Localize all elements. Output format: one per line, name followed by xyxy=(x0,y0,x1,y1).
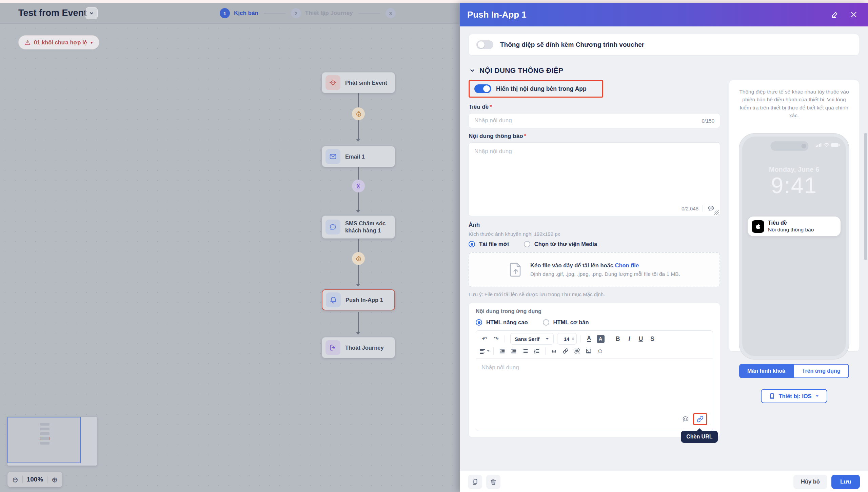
delay-timer-icon[interactable] xyxy=(352,252,365,265)
personalize-code-icon[interactable] xyxy=(682,415,690,423)
bullet-list-button[interactable] xyxy=(520,346,530,356)
editor-toolbar-row-2: ☺ xyxy=(476,345,713,359)
body-textarea[interactable]: Nhập nội dung 0/2.048 xyxy=(469,142,720,216)
minimap-node xyxy=(40,437,50,440)
zoom-controls: ⊖ 100% ⊕ xyxy=(7,472,62,487)
radio-html-advanced[interactable]: HTML nâng cao xyxy=(476,319,528,326)
delay-timer-icon[interactable] xyxy=(352,107,365,120)
tab-lock-screen[interactable]: Màn hình khoá xyxy=(739,364,793,378)
caret-down-icon xyxy=(545,337,549,341)
remove-link-button[interactable] xyxy=(572,346,582,356)
indent-increase-icon xyxy=(499,348,505,354)
italic-button[interactable]: I xyxy=(624,334,634,344)
edit-title-button[interactable] xyxy=(828,8,842,21)
journey-canvas[interactable]: Test from Event 1 Kịch bản 2 Thiết lập J… xyxy=(0,3,460,492)
link-icon xyxy=(563,348,569,354)
title-input[interactable]: Nhập nội dung 0/150 xyxy=(469,113,720,128)
insert-image-button[interactable] xyxy=(584,346,594,356)
minimap[interactable] xyxy=(7,417,97,466)
indent-decrease-button[interactable] xyxy=(509,346,519,356)
voucher-toggle[interactable] xyxy=(476,40,493,49)
device-select-button[interactable]: Thiết bị: IOS xyxy=(761,389,827,403)
radio-html-basic[interactable]: HTML cơ bản xyxy=(543,319,589,326)
indent-increase-button[interactable] xyxy=(497,346,507,356)
sms-chat-icon xyxy=(326,220,340,234)
push-inapp-config-panel: Push In-App 1 Thông điệp sẽ đính kèm Chư… xyxy=(460,3,868,492)
resize-handle[interactable] xyxy=(714,210,719,215)
radio-media-library[interactable]: Chọn từ thư viện Media xyxy=(524,241,597,247)
wait-hourglass-icon[interactable] xyxy=(352,180,365,192)
step-divider xyxy=(264,13,285,14)
highlight-color-button[interactable]: A xyxy=(595,334,606,344)
journey-title-dropdown[interactable] xyxy=(85,7,98,19)
step-scenario[interactable]: 1 Kịch bản xyxy=(220,8,258,18)
dynamic-island xyxy=(771,141,809,151)
editor-content-area[interactable]: Nhập nội dung Chèn URL xyxy=(476,359,713,431)
message-form: Hiển thị nội dung bên trong App Tiêu đề*… xyxy=(469,80,720,437)
insert-link-button[interactable] xyxy=(560,346,571,356)
bold-button[interactable]: B xyxy=(613,334,623,344)
node-event-trigger[interactable]: Phát sinh Event xyxy=(322,72,395,93)
delete-node-button[interactable] xyxy=(486,475,500,489)
personalize-code-icon[interactable] xyxy=(707,204,715,212)
node-exit-journey[interactable]: Thoát Journey xyxy=(322,337,395,358)
step-journey-setup[interactable]: 2 Thiết lập Journey xyxy=(291,8,353,18)
step-three[interactable]: 3 xyxy=(386,8,400,18)
cancel-button[interactable]: Hủy bỏ xyxy=(793,475,827,489)
minimap-flow xyxy=(40,423,50,445)
message-content-section[interactable]: NỘI DUNG THÔNG ĐIỆP xyxy=(469,66,859,75)
caret-down-icon xyxy=(815,394,819,398)
invalid-blocks-warning[interactable]: ⚠ 01 khối chưa hợp lệ ▾ xyxy=(18,35,99,49)
align-button[interactable] xyxy=(479,346,490,356)
duplicate-node-button[interactable] xyxy=(468,475,482,489)
emoji-button[interactable]: ☺ xyxy=(595,346,605,356)
step-number: 2 xyxy=(291,8,301,18)
minimap-node xyxy=(40,442,50,445)
image-icon xyxy=(586,348,592,354)
inapp-content-card: Nội dung trong ứng dụng HTML nâng cao HT… xyxy=(469,303,720,437)
font-family-select[interactable]: Sans Serif xyxy=(510,333,554,345)
save-button[interactable]: Lưu xyxy=(831,475,860,489)
radio-upload-new[interactable]: Tải file mới xyxy=(469,241,509,247)
insert-url-tooltip: Chèn URL xyxy=(681,431,718,443)
canvas-topbar: Test from Event 1 Kịch bản 2 Thiết lập J… xyxy=(0,3,460,24)
panel-footer: Hủy bỏ Lưu xyxy=(460,471,868,492)
panel-scrollbar[interactable] xyxy=(864,133,867,260)
insert-url-button[interactable]: Chèn URL xyxy=(693,413,707,425)
chevron-down-icon xyxy=(469,67,475,74)
zoom-in-button[interactable]: ⊕ xyxy=(52,476,58,483)
undo-button[interactable]: ↶ xyxy=(479,334,490,344)
bullet-list-icon xyxy=(522,348,528,354)
wizard-steps: 1 Kịch bản 2 Thiết lập Journey 3 xyxy=(220,3,400,24)
journey-builder-app: Test from Event 1 Kịch bản 2 Thiết lập J… xyxy=(0,0,868,492)
node-email[interactable]: Email 1 xyxy=(322,146,395,167)
connector-arrow xyxy=(356,210,360,213)
pencil-icon xyxy=(831,11,839,19)
trash-icon xyxy=(490,478,497,485)
font-size-stepper[interactable]: 14 ▲▼ xyxy=(557,333,577,345)
smartphone-icon xyxy=(769,393,775,399)
underline-button[interactable]: U xyxy=(636,334,646,344)
radio-icon xyxy=(476,319,482,326)
blockquote-button[interactable] xyxy=(549,346,559,356)
close-panel-button[interactable] xyxy=(847,8,861,21)
preview-mode-tabs: Màn hình khoá Trên ứng dụng xyxy=(739,364,849,378)
text-color-button[interactable]: A xyxy=(584,334,594,344)
numbered-list-button[interactable] xyxy=(532,346,542,356)
editor-toolbar-row-1: ↶ ↷ Sans Serif 14 ▲▼ xyxy=(476,331,713,345)
file-dropzone[interactable]: Kéo file vào đây để tải lên hoặc Chọn fi… xyxy=(469,252,720,287)
zoom-out-button[interactable]: ⊖ xyxy=(12,476,18,483)
inapp-display-toggle[interactable] xyxy=(474,84,491,93)
step-number: 1 xyxy=(220,8,230,18)
choose-file-link[interactable]: Chọn file xyxy=(615,262,639,268)
node-sms[interactable]: SMS Chăm sóc khách hàng 1 xyxy=(322,216,395,239)
strikethrough-button[interactable]: S xyxy=(647,334,657,344)
html-mode-radios: HTML nâng cao HTML cơ bản xyxy=(476,319,713,326)
redo-button[interactable]: ↷ xyxy=(491,334,501,344)
stepper-arrows[interactable]: ▲▼ xyxy=(572,337,574,341)
step-divider xyxy=(358,13,380,14)
node-push-inapp[interactable]: Push In-App 1 xyxy=(322,289,395,310)
upload-note: Lưu ý: File mới tải lên sẽ được lưu tron… xyxy=(469,291,720,297)
connector-line xyxy=(358,312,359,332)
tab-in-app[interactable]: Trên ứng dụng xyxy=(793,364,849,378)
